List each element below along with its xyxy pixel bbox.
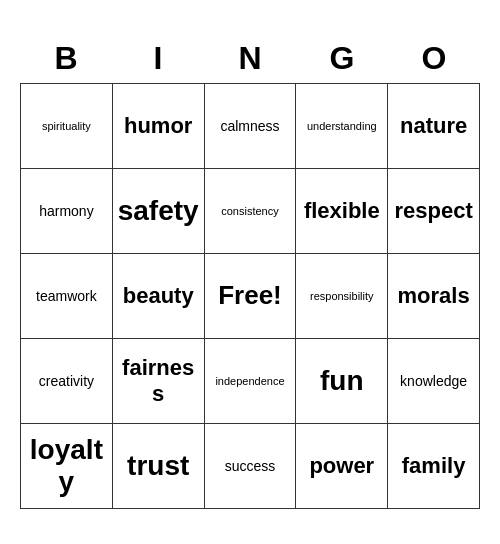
bingo-cell: consistency (205, 169, 297, 253)
bingo-cell: success (205, 424, 297, 508)
bingo-grid: spiritualityhumorcalmnessunderstandingna… (20, 83, 480, 509)
bingo-cell: trust (113, 424, 205, 508)
bingo-cell: harmony (21, 169, 113, 253)
bingo-cell: fun (296, 339, 388, 423)
bingo-row: harmonysafetyconsistencyflexiblerespect (21, 169, 479, 254)
bingo-cell: understanding (296, 84, 388, 168)
bingo-cell: respect (388, 169, 479, 253)
header-letter: O (388, 36, 480, 81)
bingo-cell: fairness (113, 339, 205, 423)
bingo-cell: calmness (205, 84, 297, 168)
bingo-cell: spirituality (21, 84, 113, 168)
bingo-cell: loyalty (21, 424, 113, 508)
bingo-cell: safety (113, 169, 205, 253)
bingo-cell: responsibility (296, 254, 388, 338)
bingo-header: BINGO (20, 36, 480, 81)
bingo-row: loyaltytrustsuccesspowerfamily (21, 424, 479, 508)
bingo-cell: family (388, 424, 479, 508)
bingo-cell: power (296, 424, 388, 508)
bingo-row: teamworkbeautyFree!responsibilitymorals (21, 254, 479, 339)
bingo-row: creativityfairnessindependencefunknowled… (21, 339, 479, 424)
bingo-cell: nature (388, 84, 479, 168)
header-letter: B (20, 36, 112, 81)
bingo-row: spiritualityhumorcalmnessunderstandingna… (21, 84, 479, 169)
bingo-cell: morals (388, 254, 479, 338)
header-letter: N (204, 36, 296, 81)
bingo-cell: flexible (296, 169, 388, 253)
bingo-container: BINGO spiritualityhumorcalmnessunderstan… (10, 26, 490, 519)
bingo-cell: Free! (205, 254, 297, 338)
bingo-cell: teamwork (21, 254, 113, 338)
bingo-cell: knowledge (388, 339, 479, 423)
bingo-cell: independence (205, 339, 297, 423)
bingo-cell: beauty (113, 254, 205, 338)
header-letter: I (112, 36, 204, 81)
bingo-cell: humor (113, 84, 205, 168)
bingo-cell: creativity (21, 339, 113, 423)
header-letter: G (296, 36, 388, 81)
